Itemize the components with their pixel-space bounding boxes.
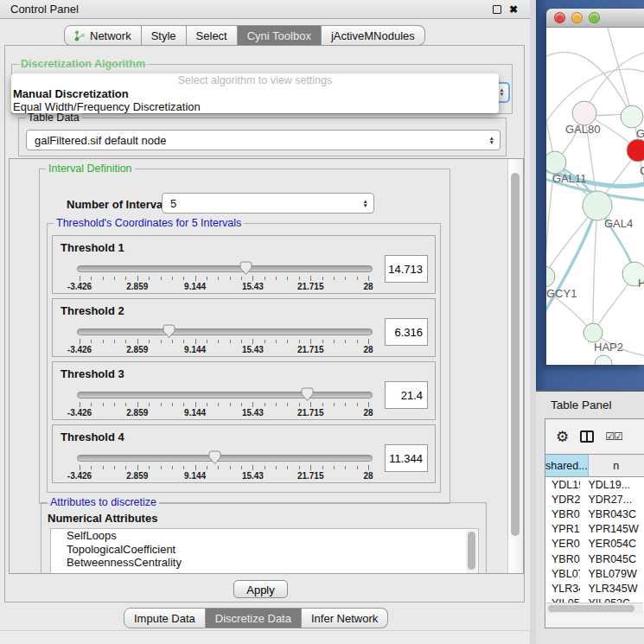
threshold-value-input[interactable] [385, 381, 428, 409]
column-header-name[interactable]: n [589, 455, 644, 476]
tick-label: 15.43 [242, 408, 264, 418]
tick-label: 21.715 [297, 471, 324, 481]
close-icon[interactable]: ✖ [509, 4, 518, 15]
threshold-value-input[interactable] [385, 255, 428, 283]
table-horizontal-scrollbar[interactable] [546, 603, 643, 614]
slider-thumb[interactable] [239, 261, 253, 276]
gear-icon[interactable]: ⚙ [556, 430, 569, 444]
tick-label: -3.426 [67, 345, 92, 354]
table-row[interactable]: YBR043CYBR043C [545, 507, 644, 521]
threshold-slider[interactable]: -3.4262.8599.14415.4321.71528 [80, 264, 368, 290]
threshold-label: Threshold 3 [61, 367, 124, 380]
apply-button[interactable]: Apply [233, 580, 288, 598]
interval-definition-group: Interval Definition Number of Intervals … [39, 169, 450, 504]
tick-label: 21.715 [297, 408, 324, 418]
table-row[interactable]: YBL079WYBL079W [545, 566, 644, 581]
network-edge[interactable] [607, 28, 632, 117]
tab-network[interactable]: Network [64, 25, 142, 46]
threshold-label: Threshold 4 [61, 430, 124, 443]
table-data-combobox[interactable]: galFiltered.sif default node ▲▼ [26, 130, 501, 150]
network-node[interactable] [595, 355, 612, 365]
node-label: GAL11 [552, 172, 587, 185]
numerical-attributes-list[interactable]: SelfLoops TopologicalCoefficient Between… [50, 528, 479, 574]
slider-thumb[interactable] [207, 450, 222, 465]
node-label: G [636, 127, 644, 140]
threshold-slider[interactable]: -3.4262.8599.14415.4321.71528 [80, 453, 368, 479]
algorithm-prompt-option[interactable]: Select algorithm to view settings [11, 74, 499, 87]
table-row[interactable]: YDL19...YDL19... [545, 477, 644, 492]
node-label: GCY1 [546, 287, 577, 300]
network-edge[interactable] [584, 52, 644, 113]
slider-thumb[interactable] [162, 324, 176, 339]
tick-label: 9.144 [184, 345, 206, 354]
bottom-tabbar: Impute Data Discretize Data Infer Networ… [124, 608, 388, 628]
tab-cyni-toolbox[interactable]: Cyni Toolbox [238, 25, 322, 46]
threshold-panel: Threshold 3 -3.4262.8599.14415.4321.7152… [52, 361, 436, 420]
node-label: GAL80 [565, 123, 600, 136]
table-row[interactable]: YLR345WYLR345W [545, 581, 644, 596]
bottom-strip [0, 630, 530, 644]
network-node[interactable] [621, 105, 643, 128]
algorithm-option-manual[interactable]: Manual Discretization [11, 87, 499, 100]
algorithm-option-equal-width[interactable]: Equal Width/Frequency Discretization [11, 100, 499, 113]
table-row[interactable]: YER054CYER054C [545, 537, 644, 552]
tick-label: 28 [363, 282, 373, 291]
settings-vertical-scrollbar[interactable] [507, 159, 523, 573]
slider-track[interactable] [77, 455, 373, 462]
tab-jactivemnodules[interactable]: jActiveMNodules [322, 25, 425, 46]
attribute-item[interactable]: SelfLoops [51, 529, 478, 543]
network-node[interactable] [572, 101, 596, 125]
tab-select[interactable]: Select [187, 25, 238, 46]
panel-divider[interactable] [530, 0, 536, 644]
stepper-down-icon: ▼ [500, 92, 505, 97]
number-of-intervals-combobox[interactable]: 5 ▲▼ [162, 193, 374, 214]
network-canvas[interactable]: GAL80GCGAL11GAL4GCY1HHAP2 [546, 28, 644, 365]
slider-track[interactable] [77, 265, 373, 272]
tick-label: 28 [363, 408, 373, 418]
tab-infer-network[interactable]: Infer Network [302, 608, 388, 628]
threshold-slider[interactable]: -3.4262.8599.14415.4321.71528 [80, 390, 368, 416]
group-title: Discretization Algorithm [18, 58, 148, 70]
table-panel-titlebar: Table Panel [536, 390, 644, 418]
network-node[interactable] [546, 266, 555, 287]
network-node[interactable] [583, 323, 603, 342]
slider-track[interactable] [77, 328, 373, 335]
column-header-shared-name[interactable]: shared... [545, 455, 589, 476]
tick-label: 21.715 [297, 345, 324, 354]
network-edge[interactable] [593, 206, 597, 333]
network-edge[interactable] [546, 206, 597, 320]
tick-label: 2.859 [126, 282, 148, 291]
slider-thumb[interactable] [300, 387, 315, 402]
threshold-panel: Threshold 4 -3.4262.8599.14415.4321.7152… [52, 424, 436, 483]
table-row[interactable]: YDR27...YDR27... [545, 492, 644, 507]
threshold-value-input[interactable] [385, 318, 428, 346]
attributes-scrollbar[interactable] [466, 530, 477, 574]
attribute-item[interactable]: BetweennessCentrality [51, 556, 478, 570]
tab-style[interactable]: Style [142, 25, 187, 46]
table-row[interactable]: YBR045CYBR045C [545, 552, 644, 566]
table-row[interactable]: YPR145WYPR145W [545, 522, 644, 537]
tick-label: 2.859 [126, 471, 148, 481]
settings-scrollpane: Interval Definition Number of Intervals … [9, 158, 524, 574]
network-node[interactable] [546, 151, 566, 174]
thresholds-group: Threshold's Coordinates for 5 Intervals … [47, 223, 441, 493]
scrollbar-thumb[interactable] [548, 605, 634, 612]
threshold-panel: Threshold 1 -3.4262.8599.14415.4321.7152… [52, 235, 436, 294]
select-columns-icon[interactable]: ☑☑ [605, 430, 622, 443]
attribute-item[interactable]: TopologicalCoefficient [51, 543, 478, 557]
threshold-slider[interactable]: -3.4262.8599.14415.4321.71528 [80, 327, 368, 353]
zoom-traffic-light-icon[interactable] [589, 12, 600, 23]
network-node[interactable] [583, 191, 612, 220]
tab-discretize-data[interactable]: Discretize Data [206, 608, 302, 628]
float-window-icon[interactable] [493, 5, 501, 14]
scrollbar-thumb[interactable] [511, 173, 520, 536]
number-of-intervals-label: Number of Intervals [67, 198, 172, 211]
minimize-traffic-light-icon[interactable] [571, 12, 583, 23]
slider-track[interactable] [77, 392, 373, 399]
network-graph[interactable]: GAL80GCGAL11GAL4GCY1HHAP2 [546, 28, 644, 365]
threshold-stack: Threshold 1 -3.4262.8599.14415.4321.7152… [52, 235, 436, 488]
split-columns-icon[interactable] [580, 430, 594, 443]
tab-impute-data[interactable]: Impute Data [124, 608, 206, 628]
threshold-value-input[interactable] [385, 444, 428, 472]
close-traffic-light-icon[interactable] [554, 12, 565, 23]
